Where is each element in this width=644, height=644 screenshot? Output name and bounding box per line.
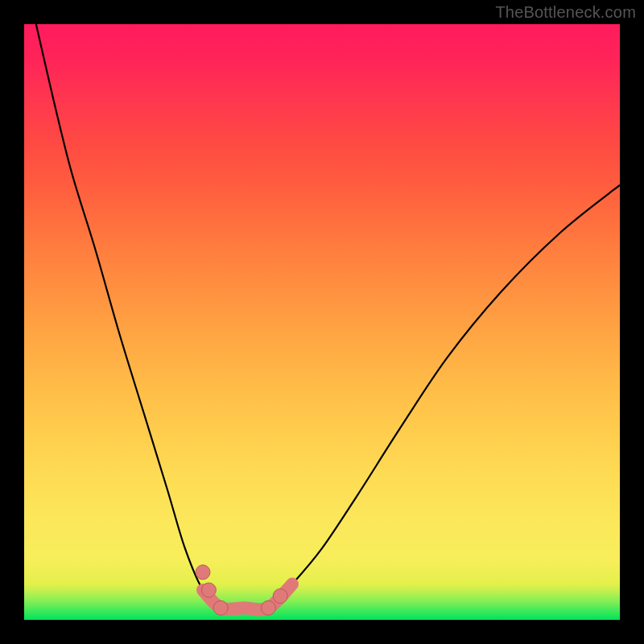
right-curve-line (268, 185, 620, 608)
marker-dot (196, 565, 210, 580)
left-curve-line (36, 24, 221, 608)
marker-dot (261, 601, 275, 615)
marker-dot (201, 583, 216, 597)
chart-svg (24, 24, 620, 620)
marker-dot (213, 601, 228, 615)
watermark-text: TheBottleneck.com (495, 3, 636, 22)
marker-dot (273, 588, 287, 603)
outer-frame: TheBottleneck.com (0, 0, 644, 644)
chart-area (24, 24, 620, 620)
